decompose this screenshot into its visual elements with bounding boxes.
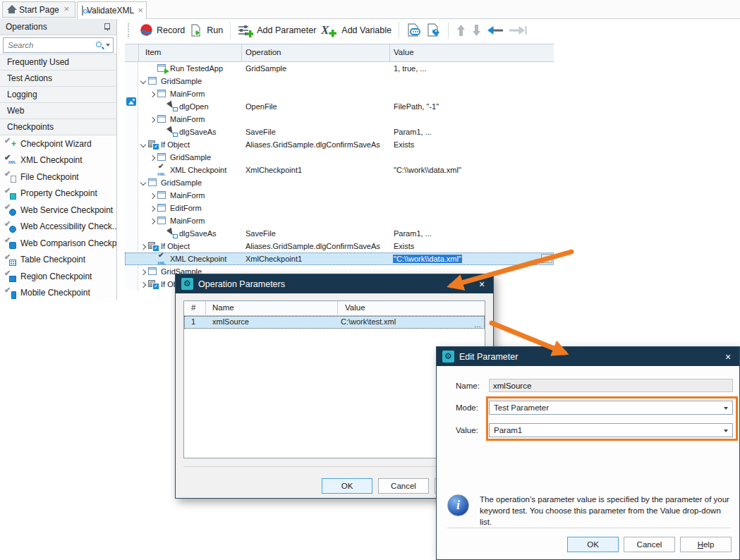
table-row[interactable]: GridSample <box>125 75 554 87</box>
operation-category[interactable]: Web <box>0 103 116 119</box>
table-row[interactable]: MainForm <box>125 189 554 202</box>
table-row[interactable]: GridSample <box>125 176 554 189</box>
table-row[interactable]: dlgOpen OpenFile FilePath, "-1" <box>125 100 554 113</box>
table-row[interactable]: GridSample <box>125 151 554 164</box>
pin-icon[interactable] <box>104 23 111 31</box>
chevron-icon[interactable] <box>149 255 157 263</box>
parameter-row[interactable]: 1 xmlSource C:\work\test.xml <box>184 316 485 329</box>
chevron-icon[interactable] <box>140 268 147 276</box>
chevron-icon[interactable] <box>149 90 157 98</box>
close-icon[interactable] <box>722 351 734 363</box>
tab-validatexml[interactable]: ValidateXML <box>77 1 147 19</box>
value-dropdown[interactable]: Param1 <box>489 423 733 437</box>
sidebar-checkpoint-item[interactable]: File Checkpoint <box>0 169 116 185</box>
add-label-button[interactable] <box>426 23 441 37</box>
move-down-button[interactable] <box>471 24 482 37</box>
operation-cell <box>241 189 389 202</box>
tab-start-page[interactable]: Start Page <box>2 1 75 18</box>
column-header-value[interactable]: Value <box>345 303 365 312</box>
close-icon[interactable] <box>476 279 487 290</box>
operation-category[interactable]: Checkpoints <box>0 119 116 135</box>
sidebar-checkpoint-item[interactable]: Property Checkpoint <box>0 185 116 202</box>
table-row[interactable]: dlgSaveAs SaveFile Param1, ... <box>125 227 554 240</box>
chevron-icon[interactable] <box>158 230 166 238</box>
checkpoint-list: Checkpoint Wizard XML Checkpoint File Ch… <box>0 135 116 303</box>
chevron-icon[interactable] <box>140 243 147 250</box>
operation-category[interactable]: Logging <box>0 87 116 103</box>
table-row[interactable]: If Object Aliases.GridSample.dlgConfirmS… <box>125 240 554 252</box>
chevron-icon[interactable] <box>149 192 157 200</box>
chevron-icon[interactable] <box>149 65 157 73</box>
chevron-icon[interactable] <box>158 103 166 111</box>
operation-category[interactable]: Frequently Used <box>0 54 116 71</box>
sidebar-checkpoint-item[interactable]: Web Comparison Checkp... <box>0 235 116 252</box>
column-header-name[interactable]: Name <box>212 303 234 312</box>
chevron-icon[interactable] <box>149 154 157 162</box>
move-left-button[interactable] <box>487 25 504 35</box>
ok-button[interactable]: OK <box>322 478 372 494</box>
table-row[interactable]: Run TestedApp GridSample 1, true, ... <box>125 62 554 75</box>
table-row[interactable]: XML Checkpoint XmlCheckpoint1 "C:\\work\… <box>125 164 554 176</box>
table-row[interactable]: XML Checkpoint XmlCheckpoint1 "C:\\work\… <box>125 252 554 265</box>
add-parameter-button[interactable]: Add Parameter <box>238 24 316 37</box>
ellipsis-button[interactable] <box>474 317 481 330</box>
table-row[interactable]: If Object Aliases.GridSample.dlgConfirmS… <box>125 138 554 151</box>
value-cell: Exists <box>389 138 554 151</box>
operation-category[interactable]: Test Actions <box>0 71 116 87</box>
close-icon[interactable] <box>63 5 71 14</box>
table-row[interactable]: dlgSaveAs SaveFile Param1, ... <box>125 126 554 138</box>
move-up-button[interactable] <box>456 24 466 37</box>
item-cell: GridSample <box>138 176 243 189</box>
table-row[interactable]: MainForm <box>125 214 554 227</box>
help-button[interactable]: Help <box>680 537 732 552</box>
add-variable-button[interactable]: X Add Variable <box>321 24 392 37</box>
chevron-icon[interactable] <box>140 78 147 85</box>
chevron-icon[interactable] <box>140 281 147 288</box>
chevron-icon[interactable] <box>140 179 147 187</box>
sidebar-checkpoint-item[interactable]: Mobile Checkpoint <box>0 285 116 302</box>
move-right-button[interactable] <box>509 25 527 35</box>
column-header-operation[interactable]: Operation <box>245 48 281 56</box>
forward-arrow-icon <box>509 25 527 35</box>
sidebar-checkpoint-item[interactable]: Web Service Checkpoint <box>0 202 116 219</box>
name-field[interactable] <box>489 379 733 392</box>
web-comparison-checkpoint-icon <box>4 237 16 249</box>
cancel-button[interactable]: Cancel <box>378 478 429 494</box>
chevron-down-icon[interactable] <box>106 44 110 47</box>
sidebar-checkpoint-item[interactable]: Table Checkpoint <box>0 252 116 269</box>
ok-button[interactable]: OK <box>567 537 619 552</box>
chevron-icon[interactable] <box>149 217 157 225</box>
onscreen-icon <box>166 127 178 137</box>
chevron-icon[interactable] <box>158 128 166 136</box>
table-row[interactable]: MainForm <box>125 113 554 126</box>
sidebar-checkpoint-item[interactable]: Web Accessibility Check... <box>0 219 116 236</box>
table-row[interactable]: MainForm <box>125 87 554 100</box>
sidebar-checkpoint-item[interactable]: Database Table Checkpoint <box>0 301 116 303</box>
value-cell <box>389 189 554 202</box>
add-comment-button[interactable] <box>406 23 421 37</box>
table-row[interactable]: EditForm <box>125 202 554 214</box>
close-icon[interactable] <box>138 6 143 16</box>
sidebar-checkpoint-item[interactable]: Region Checkpoint <box>0 268 116 285</box>
item-cell: GridSample <box>138 151 252 164</box>
record-button[interactable]: Record <box>140 24 185 37</box>
toolbar-grip[interactable] <box>128 23 132 37</box>
value-cell: 1, true, ... <box>389 62 554 75</box>
search-icon[interactable] <box>95 41 104 49</box>
column-header-value[interactable]: Value <box>394 48 414 56</box>
chevron-icon[interactable] <box>140 141 147 149</box>
run-button[interactable]: Run <box>190 24 223 37</box>
ellipsis-button[interactable] <box>541 254 552 263</box>
cancel-button[interactable]: Cancel <box>624 537 675 552</box>
column-header-num[interactable]: # <box>191 303 195 312</box>
chevron-icon[interactable] <box>149 116 157 123</box>
chevron-icon[interactable] <box>149 166 157 174</box>
sidebar-checkpoint-item[interactable]: XML Checkpoint <box>0 152 116 169</box>
value-cell <box>389 214 554 227</box>
column-header-item[interactable]: Item <box>145 48 161 56</box>
sidebar-checkpoint-item[interactable]: Checkpoint Wizard <box>0 135 116 152</box>
search-input[interactable] <box>6 40 93 50</box>
value-label: Value: <box>456 426 478 434</box>
mode-dropdown[interactable]: Test Parameter <box>489 401 733 415</box>
chevron-icon[interactable] <box>149 205 157 212</box>
